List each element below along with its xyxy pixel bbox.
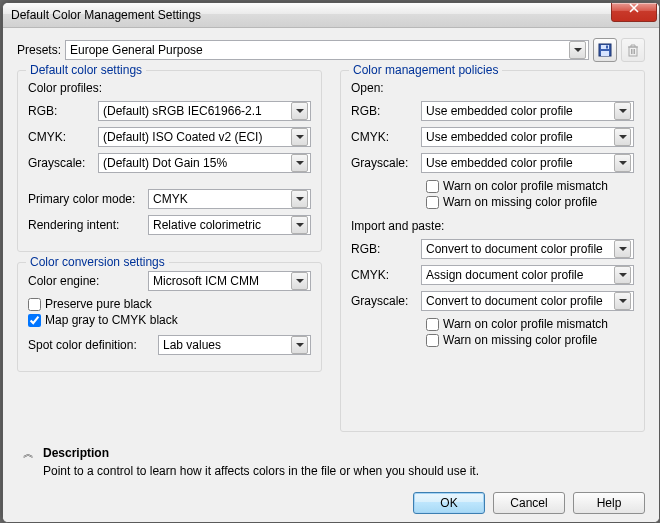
import-rgb-row: RGB: Convert to document color profile [351, 239, 634, 259]
preserve-black-label: Preserve pure black [45, 297, 152, 311]
open-grayscale-row: Grayscale: Use embedded color profile [351, 153, 634, 173]
floppy-disk-icon [598, 43, 612, 57]
preserve-black-checkbox[interactable] [28, 298, 41, 311]
open-head: Open: [351, 81, 634, 95]
cmyk-label: CMYK: [28, 130, 98, 144]
chevron-down-icon [291, 336, 308, 354]
open-grayscale-label: Grayscale: [351, 156, 421, 170]
import-grayscale-combo[interactable]: Convert to document color profile [421, 291, 634, 311]
import-cmyk-row: CMYK: Assign document color profile [351, 265, 634, 285]
chevron-down-icon [291, 154, 308, 172]
chevron-down-icon [291, 102, 308, 120]
map-gray-checkbox[interactable] [28, 314, 41, 327]
group-legend: Color management policies [349, 63, 502, 77]
import-rgb-label: RGB: [351, 242, 421, 256]
import-warn-missing-checkbox[interactable] [426, 334, 439, 347]
chevron-down-icon [291, 128, 308, 146]
grayscale-profile-combo[interactable]: (Default) Dot Gain 15% [98, 153, 311, 173]
close-button[interactable] [611, 2, 657, 22]
svg-rect-2 [601, 51, 609, 56]
import-warn-mismatch-label: Warn on color profile mismatch [443, 317, 608, 331]
open-cmyk-combo[interactable]: Use embedded color profile [421, 127, 634, 147]
presets-combo[interactable]: Europe General Purpose [65, 40, 589, 60]
primary-mode-label: Primary color mode: [28, 192, 148, 206]
spot-color-combo[interactable]: Lab values [158, 335, 311, 355]
right-column: Color management policies Open: RGB: Use… [340, 70, 645, 442]
trash-icon [627, 43, 639, 57]
rendering-intent-label: Rendering intent: [28, 218, 148, 232]
map-gray-row: Map gray to CMYK black [28, 313, 311, 327]
dialog-client: Presets: Europe General Purpose [3, 28, 659, 522]
import-cmyk-combo[interactable]: Assign document color profile [421, 265, 634, 285]
import-grayscale-label: Grayscale: [351, 294, 421, 308]
color-conversion-group: Color conversion settings Color engine: … [17, 262, 322, 372]
open-rgb-combo[interactable]: Use embedded color profile [421, 101, 634, 121]
description-title: Description [43, 446, 633, 460]
default-color-settings-group: Default color settings Color profiles: R… [17, 70, 322, 252]
chevron-down-icon [569, 41, 586, 59]
group-legend: Color conversion settings [26, 255, 169, 269]
collapse-icon[interactable]: ︽ [23, 446, 34, 461]
svg-rect-3 [606, 46, 608, 49]
open-rgb-label: RGB: [351, 104, 421, 118]
button-row: OK Cancel Help [17, 482, 645, 514]
chevron-down-icon [614, 154, 631, 172]
import-head: Import and paste: [351, 219, 634, 233]
rgb-profile-row: RGB: (Default) sRGB IEC61966-2.1 [28, 101, 311, 121]
rgb-profile-combo[interactable]: (Default) sRGB IEC61966-2.1 [98, 101, 311, 121]
help-button[interactable]: Help [573, 492, 645, 514]
open-warn-mismatch-row: Warn on color profile mismatch [426, 179, 634, 193]
chevron-down-icon [291, 272, 308, 290]
open-cmyk-row: CMYK: Use embedded color profile [351, 127, 634, 147]
spot-color-label: Spot color definition: [28, 338, 158, 352]
import-warn-missing-label: Warn on missing color profile [443, 333, 597, 347]
open-rgb-row: RGB: Use embedded color profile [351, 101, 634, 121]
chevron-down-icon [614, 292, 631, 310]
description-block: ︽ Description Point to a control to lear… [17, 444, 645, 482]
save-preset-button[interactable] [593, 38, 617, 62]
color-profiles-head: Color profiles: [28, 81, 311, 95]
open-warn-mismatch-checkbox[interactable] [426, 180, 439, 193]
group-legend: Default color settings [26, 63, 146, 77]
chevron-down-icon [291, 190, 308, 208]
import-warn-mismatch-checkbox[interactable] [426, 318, 439, 331]
color-engine-label: Color engine: [28, 274, 148, 288]
window-title: Default Color Management Settings [11, 8, 611, 22]
open-warn-missing-row: Warn on missing color profile [426, 195, 634, 209]
rendering-intent-combo[interactable]: Relative colorimetric [148, 215, 311, 235]
grayscale-profile-row: Grayscale: (Default) Dot Gain 15% [28, 153, 311, 173]
rgb-label: RGB: [28, 104, 98, 118]
chevron-down-icon [614, 102, 631, 120]
chevron-down-icon [614, 128, 631, 146]
primary-mode-row: Primary color mode: CMYK [28, 189, 311, 209]
close-icon [628, 3, 640, 13]
import-grayscale-row: Grayscale: Convert to document color pro… [351, 291, 634, 311]
import-warn-missing-row: Warn on missing color profile [426, 333, 634, 347]
description-text: Point to a control to learn how it affec… [43, 464, 633, 478]
cmyk-profile-combo[interactable]: (Default) ISO Coated v2 (ECI) [98, 127, 311, 147]
preserve-black-row: Preserve pure black [28, 297, 311, 311]
import-warn-mismatch-row: Warn on color profile mismatch [426, 317, 634, 331]
import-rgb-combo[interactable]: Convert to document color profile [421, 239, 634, 259]
open-warn-missing-checkbox[interactable] [426, 196, 439, 209]
rendering-intent-row: Rendering intent: Relative colorimetric [28, 215, 311, 235]
policies-group: Color management policies Open: RGB: Use… [340, 70, 645, 432]
open-grayscale-combo[interactable]: Use embedded color profile [421, 153, 634, 173]
chevron-down-icon [614, 266, 631, 284]
ok-button[interactable]: OK [413, 492, 485, 514]
chevron-down-icon [614, 240, 631, 258]
open-cmyk-label: CMYK: [351, 130, 421, 144]
left-column: Default color settings Color profiles: R… [17, 70, 322, 442]
delete-preset-button [621, 38, 645, 62]
open-warn-mismatch-label: Warn on color profile mismatch [443, 179, 608, 193]
import-cmyk-label: CMYK: [351, 268, 421, 282]
cancel-button[interactable]: Cancel [493, 492, 565, 514]
open-warn-missing-label: Warn on missing color profile [443, 195, 597, 209]
color-engine-combo[interactable]: Microsoft ICM CMM [148, 271, 311, 291]
presets-label: Presets: [17, 43, 61, 57]
titlebar: Default Color Management Settings [3, 3, 659, 28]
spot-color-row: Spot color definition: Lab values [28, 335, 311, 355]
columns: Default color settings Color profiles: R… [17, 70, 645, 442]
primary-mode-combo[interactable]: CMYK [148, 189, 311, 209]
map-gray-label: Map gray to CMYK black [45, 313, 178, 327]
